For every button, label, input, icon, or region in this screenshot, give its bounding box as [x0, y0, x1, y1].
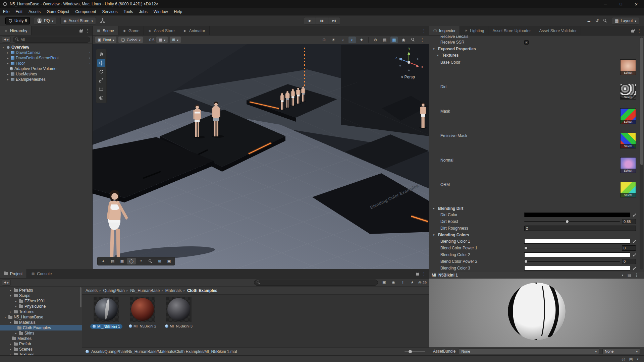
- assetbundle-variant-dropdown[interactable]: None: [602, 348, 640, 354]
- hierarchy-item-adaptive-probe-volume[interactable]: Adaptive Probe Volume: [0, 66, 92, 71]
- preview-shading-icon[interactable]: [622, 273, 624, 278]
- dirt-boost-slider[interactable]: [524, 219, 620, 224]
- menu-window[interactable]: Window: [151, 8, 171, 15]
- play-button[interactable]: [304, 17, 316, 24]
- blend-color-power-2-field[interactable]: 0: [622, 259, 636, 264]
- snap-increment-button[interactable]: [170, 37, 181, 43]
- hierarchy-item-usemeshes[interactable]: ▸ UseMeshes: [0, 71, 92, 77]
- lock-icon[interactable]: [416, 273, 419, 276]
- progress-icon[interactable]: [622, 357, 625, 361]
- dirt-texture-thumb[interactable]: Select: [620, 84, 636, 100]
- alerts-icon[interactable]: [399, 280, 406, 286]
- tree-scrollbar[interactable]: [80, 287, 82, 307]
- lock-icon[interactable]: [79, 30, 83, 33]
- close-button[interactable]: [629, 0, 644, 8]
- blending-color-3-swatch[interactable]: [524, 266, 630, 270]
- folder-ezhex1991[interactable]: ▸EZhex1991: [0, 298, 82, 304]
- hidden-objects-toggle-icon[interactable]: [372, 37, 379, 43]
- folder-scrips[interactable]: ▾Scrips: [0, 293, 82, 298]
- scene-lighting-toggle-icon[interactable]: [330, 37, 337, 43]
- menu-tools[interactable]: Tools: [120, 8, 136, 15]
- folder-meshes[interactable]: Meshes: [0, 336, 82, 341]
- expand-arrow-icon[interactable]: ▸: [6, 78, 10, 81]
- rect-tool-button[interactable]: [97, 85, 105, 93]
- menu-assets[interactable]: Assets: [25, 8, 44, 15]
- hand-tool-button[interactable]: [97, 50, 105, 58]
- scene-overlays-icon[interactable]: [381, 37, 388, 43]
- folder-cloth-examples[interactable]: Cloth Examples: [0, 325, 82, 330]
- menu-help[interactable]: Help: [171, 8, 185, 15]
- gizmos-toggle-icon[interactable]: [400, 37, 407, 43]
- wireframe-icon[interactable]: [118, 258, 126, 264]
- tab-hierarchy[interactable]: Hierarchy: [0, 26, 32, 35]
- rotate-tool-button[interactable]: [97, 68, 105, 76]
- transform-tool-button[interactable]: [97, 94, 105, 102]
- material-thumbnail[interactable]: [130, 297, 155, 322]
- tab-asset-store[interactable]: Asset Store: [144, 26, 179, 35]
- scene-menu-icon[interactable]: [419, 37, 426, 43]
- search-by-label-icon[interactable]: [390, 280, 397, 286]
- folder-textures[interactable]: ▸Textures: [0, 309, 82, 314]
- folder-n5-humanbase[interactable]: ▾N5_HumanBase: [0, 314, 82, 320]
- favorites-icon[interactable]: [409, 280, 416, 286]
- eyedropper-icon[interactable]: [632, 239, 636, 243]
- select-button[interactable]: Select: [621, 120, 636, 124]
- dirt-boost-field[interactable]: 0.85: [622, 219, 636, 224]
- scene-camera-settings-icon[interactable]: [320, 37, 328, 43]
- scene-effects-toggle-icon[interactable]: [348, 37, 356, 43]
- folder-prefab[interactable]: ▸Prefab: [0, 341, 82, 347]
- blend-color-power-2-slider[interactable]: [524, 259, 620, 264]
- tab-inspector[interactable]: Inspector: [429, 26, 460, 35]
- hierarchy-item-floor[interactable]: ▸ Floor ›: [0, 61, 92, 66]
- material-preview[interactable]: [429, 279, 644, 347]
- panel-menu-icon[interactable]: [86, 28, 90, 33]
- menu-file[interactable]: File: [0, 8, 12, 15]
- folder-scenes[interactable]: ▸Scenes: [0, 347, 82, 352]
- blending-color-2-swatch[interactable]: [524, 252, 630, 257]
- grid-snap-button[interactable]: [156, 37, 168, 43]
- unity-version-badge[interactable]: Unity 6: [5, 17, 30, 24]
- breadcrumb-n5-humanbase[interactable]: N5_HumanBase: [130, 288, 160, 293]
- gizmo-options-icon[interactable]: [99, 258, 108, 264]
- menu-services[interactable]: Services: [99, 8, 120, 15]
- layout-dropdown[interactable]: Layout: [612, 17, 639, 24]
- expand-arrow-icon[interactable]: ▾: [1, 46, 5, 49]
- asset-mi-n5bikini-3[interactable]: MI_N5Bikini 3: [166, 297, 192, 347]
- receive-ssr-checkbox[interactable]: ✓: [524, 40, 529, 45]
- minimize-button[interactable]: [598, 0, 613, 8]
- dirt-color-swatch[interactable]: [524, 213, 630, 217]
- tab-asset-store-validator[interactable]: Asset Store Validator: [535, 26, 581, 35]
- hierarchy-item-dawncamera[interactable]: ▸ DawnCamera ›: [0, 50, 92, 55]
- asset-mi-n5bikini-1[interactable]: MI_N5Bikini 1: [94, 297, 119, 347]
- expand-arrow-icon[interactable]: ▸: [6, 57, 10, 60]
- inspector-scrollbar[interactable]: [640, 37, 643, 269]
- scene-grid-toggle-icon[interactable]: [390, 37, 398, 43]
- particles-icon[interactable]: [137, 258, 145, 264]
- asset-store-button[interactable]: Asset Store: [60, 17, 96, 24]
- select-button[interactable]: Select: [621, 144, 636, 148]
- scene-row[interactable]: ▾ Overview: [0, 45, 92, 50]
- select-button[interactable]: Select: [621, 169, 636, 173]
- emissive-mask-texture-thumb[interactable]: Select: [620, 133, 636, 148]
- select-button[interactable]: Select: [621, 193, 636, 197]
- tab-lighting[interactable]: Lighting: [460, 26, 488, 35]
- maximize-button[interactable]: [613, 0, 629, 8]
- panel-menu-icon[interactable]: [422, 28, 426, 33]
- blend-color-power-1-slider[interactable]: [524, 245, 620, 251]
- normal-texture-thumb[interactable]: Select: [620, 157, 636, 173]
- cloud-icon[interactable]: [587, 18, 591, 23]
- axis-x-label[interactable]: x: [421, 65, 423, 69]
- pause-button[interactable]: [316, 17, 328, 24]
- scale-tool-button[interactable]: [97, 76, 105, 84]
- panels-icon[interactable]: [108, 258, 117, 264]
- panel-menu-icon[interactable]: [637, 28, 641, 33]
- mask-texture-thumb[interactable]: Select: [620, 108, 636, 124]
- folder-physicbone[interactable]: ▸PhysicBone: [0, 304, 82, 309]
- perspective-label[interactable]: < Persp: [401, 75, 415, 79]
- folder-materials[interactable]: ▾Materials: [0, 320, 82, 325]
- blend-color-power-1-field[interactable]: 0: [622, 245, 636, 251]
- breadcrumb-quangphan[interactable]: QuangPhan: [103, 288, 125, 293]
- textures-foldout[interactable]: ▾ Textures: [429, 52, 636, 58]
- menu-gameobject[interactable]: GameObject: [44, 8, 72, 15]
- expand-arrow-icon[interactable]: ▸: [6, 73, 10, 76]
